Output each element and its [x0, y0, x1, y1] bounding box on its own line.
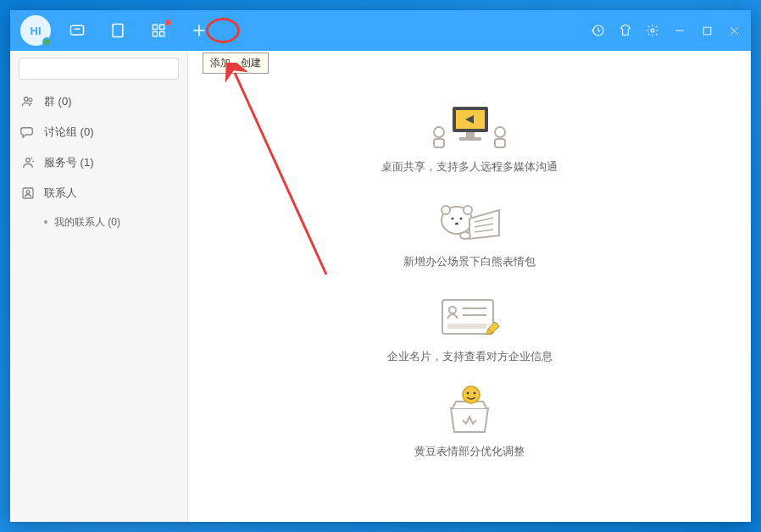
messages-icon[interactable] — [63, 16, 92, 45]
sidebar-item-label: 讨论组 (0) — [44, 125, 94, 140]
contacts-icon[interactable] — [103, 16, 132, 45]
sidebar-item-discussion[interactable]: 讨论组 (0) — [10, 117, 187, 147]
feature-illustration-icon — [419, 288, 520, 344]
apps-icon[interactable] — [144, 16, 173, 45]
svg-point-12 — [29, 98, 32, 102]
window-controls — [586, 10, 746, 51]
svg-point-40 — [467, 392, 469, 395]
svg-point-41 — [474, 392, 476, 395]
svg-point-15 — [26, 191, 30, 194]
search-input[interactable] — [19, 58, 179, 80]
svg-point-18 — [495, 127, 505, 137]
app-body: 群 (0) 讨论组 (0) 服务号 (1) 联系人 我的联系人 (0) — [10, 51, 751, 522]
feature-caption: 新增办公场景下白熊表情包 — [403, 254, 536, 269]
service-icon — [20, 155, 36, 170]
feature-illustration-icon — [419, 193, 520, 249]
feature-business-card: 企业名片，支持查看对方企业信息 — [387, 288, 553, 364]
svg-point-33 — [460, 232, 470, 239]
sidebar-item-label: 服务号 (1) — [44, 155, 94, 170]
svg-point-27 — [452, 218, 454, 220]
svg-point-25 — [442, 206, 450, 214]
feature-caption: 桌面共享，支持多人远程多媒体沟通 — [381, 159, 558, 175]
close-button[interactable] — [722, 19, 746, 42]
svg-point-29 — [455, 223, 458, 225]
contacts-icon — [20, 186, 36, 201]
titlebar: HI — [10, 10, 751, 51]
svg-rect-4 — [153, 32, 157, 36]
main-content: 桌面共享，支持多人远程多媒体沟通 — [188, 51, 751, 522]
skin-icon[interactable] — [614, 19, 637, 42]
status-online-icon — [42, 37, 52, 47]
bullet-icon — [44, 220, 47, 224]
svg-rect-19 — [495, 139, 505, 147]
feature-bear-emoji: 新增办公场景下白熊表情包 — [403, 193, 536, 269]
sidebar-subitem-label: 我的联系人 (0) — [54, 215, 120, 230]
app-window: HI — [10, 10, 751, 522]
svg-point-11 — [25, 97, 29, 102]
sidebar-item-label: 联系人 — [44, 186, 77, 201]
svg-point-16 — [434, 127, 444, 137]
svg-rect-38 — [447, 324, 486, 329]
feature-caption: 企业名片，支持查看对方企业信息 — [387, 349, 553, 364]
add-button-tooltip: 添加，创建 — [203, 53, 269, 74]
svg-rect-22 — [466, 132, 475, 137]
notification-dot-icon — [165, 19, 171, 25]
search-wrap — [10, 51, 187, 86]
sidebar-item-service[interactable]: 服务号 (1) — [10, 147, 187, 178]
group-icon — [20, 94, 36, 109]
svg-rect-0 — [71, 25, 84, 35]
svg-rect-17 — [434, 139, 444, 147]
discussion-icon — [20, 125, 36, 140]
feature-caption: 黄豆表情部分优化调整 — [414, 444, 525, 459]
history-icon[interactable] — [586, 19, 610, 42]
svg-point-28 — [460, 218, 463, 220]
minimize-button[interactable] — [668, 19, 692, 42]
svg-rect-8 — [703, 27, 711, 35]
feature-illustration-icon — [419, 383, 520, 439]
logo-text: HI — [31, 25, 42, 37]
feature-illustration-icon — [419, 98, 520, 154]
feature-bean-emoji: 黄豆表情部分优化调整 — [414, 383, 525, 459]
svg-rect-23 — [459, 137, 481, 141]
svg-rect-5 — [160, 32, 164, 36]
sidebar: 群 (0) 讨论组 (0) 服务号 (1) 联系人 我的联系人 (0) — [10, 51, 188, 522]
feature-screen-share: 桌面共享，支持多人远程多媒体沟通 — [381, 98, 558, 175]
svg-point-26 — [464, 206, 472, 214]
svg-point-7 — [651, 29, 654, 32]
svg-point-13 — [26, 158, 31, 163]
svg-rect-1 — [113, 25, 123, 37]
app-logo[interactable]: HI — [20, 15, 51, 46]
settings-icon[interactable] — [641, 19, 664, 42]
sidebar-item-groups[interactable]: 群 (0) — [10, 86, 187, 117]
maximize-button[interactable] — [695, 19, 719, 42]
sidebar-subitem-mycontacts[interactable]: 我的联系人 (0) — [10, 208, 187, 236]
svg-rect-3 — [160, 25, 164, 29]
svg-rect-2 — [153, 25, 157, 29]
svg-point-39 — [463, 386, 480, 403]
sidebar-item-contacts[interactable]: 联系人 — [10, 178, 187, 208]
add-create-button[interactable] — [185, 16, 214, 45]
sidebar-item-label: 群 (0) — [44, 94, 72, 109]
